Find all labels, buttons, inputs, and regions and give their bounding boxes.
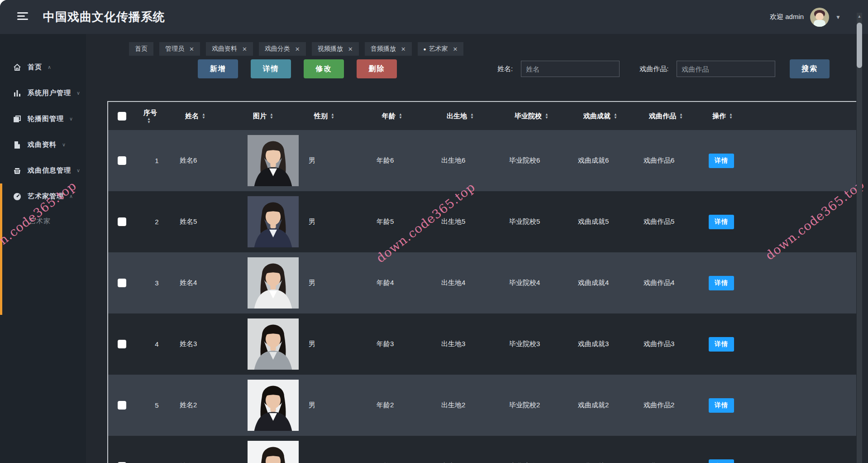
tab-首页[interactable]: 首页	[129, 42, 153, 56]
artist-photo	[248, 380, 299, 431]
name-search-input[interactable]	[521, 61, 620, 77]
close-icon[interactable]: ✕	[189, 46, 194, 53]
close-icon[interactable]: ✕	[401, 46, 406, 53]
edit-button[interactable]: 修改	[304, 59, 344, 78]
sidebar-subitem-artist[interactable]: 艺术家	[0, 209, 86, 233]
sidebar-menu: 首页∧系统用户管理∨轮播图管理∨戏曲资料∨戏曲信息管理∨艺术家管理∧艺术家	[0, 34, 86, 233]
sort-icon: ▲▼	[729, 113, 733, 119]
sidebar-item-users[interactable]: 系统用户管理∨	[0, 80, 86, 106]
row-checkbox[interactable]	[118, 279, 126, 287]
toolbar: 新增详情修改删除	[198, 59, 397, 78]
column-header-图片[interactable]: 图片▲▼	[246, 112, 307, 121]
active-indicator	[0, 183, 2, 315]
cell-birthplace: 出生地3	[440, 340, 508, 348]
sidebar-item-home[interactable]: 首页∧	[0, 54, 86, 80]
app-window: 中国戏曲文化传播系统 欢迎 admin ▼ 首页∧系统用户管理∨轮播图管理∨戏曲…	[0, 0, 868, 463]
cell-name: 姓名5	[178, 217, 246, 226]
scrollbar-up-icon[interactable]: ▲	[857, 14, 862, 19]
cell-school: 毕业院校2	[508, 401, 577, 410]
tab-戏曲资料[interactable]: 戏曲资料✕	[206, 42, 253, 56]
column-label: 性别	[314, 112, 328, 121]
close-icon[interactable]: ✕	[453, 46, 458, 53]
cell-action: 详情	[706, 154, 856, 168]
column-header-戏曲作品[interactable]: 戏曲作品▲▼	[642, 112, 706, 121]
column-header-姓名[interactable]: 姓名▲▼	[178, 112, 246, 121]
column-header-年龄[interactable]: 年龄▲▼	[375, 112, 440, 121]
column-label: 姓名	[185, 112, 199, 121]
scrollbar-track: ▲	[857, 13, 862, 463]
close-icon[interactable]: ✕	[242, 46, 247, 53]
cell-photo	[246, 380, 307, 431]
cell-school: 毕业院校5	[508, 217, 577, 226]
sort-icon: ▲▼	[470, 113, 474, 119]
sidebar-item-label: 戏曲资料	[28, 140, 57, 149]
row-checkbox[interactable]	[118, 340, 126, 348]
column-header-操作[interactable]: 操作▲▼	[706, 112, 856, 121]
row-detail-button[interactable]: 详情	[709, 337, 734, 352]
tab-label: 戏曲资料	[212, 45, 237, 53]
home-icon	[13, 63, 22, 72]
menu-toggle-icon[interactable]	[17, 12, 28, 21]
tab-label: 首页	[135, 45, 148, 53]
cell-name: 姓名3	[178, 340, 246, 348]
row-checkbox[interactable]	[118, 217, 126, 226]
search-button[interactable]: 搜索	[790, 59, 830, 78]
works-search-input[interactable]	[677, 61, 775, 77]
chevron-down-icon: ∨	[76, 168, 80, 174]
add-button[interactable]: 新增	[198, 59, 238, 78]
select-all-checkbox[interactable]	[118, 112, 126, 121]
users-icon	[13, 89, 22, 98]
sort-icon: ▲▼	[202, 113, 205, 119]
sidebar-item-artist[interactable]: 艺术家管理∧	[0, 183, 86, 209]
chevron-up-icon: ∧	[48, 64, 51, 70]
tab-音频播放[interactable]: 音频播放✕	[365, 42, 412, 56]
column-label: 戏曲作品	[649, 112, 676, 121]
column-label: 图片	[253, 112, 267, 121]
delete-button[interactable]: 删除	[357, 59, 397, 78]
avatar[interactable]	[810, 8, 829, 27]
sidebar: 首页∧系统用户管理∨轮播图管理∨戏曲资料∨戏曲信息管理∨艺术家管理∧艺术家	[0, 34, 86, 463]
row-checkbox[interactable]	[118, 401, 126, 410]
close-icon[interactable]: ✕	[348, 46, 353, 53]
sidebar-item-operainfo[interactable]: 戏曲信息管理∨	[0, 158, 86, 183]
search-bar: 姓名: 戏曲作品: 搜索	[497, 59, 830, 78]
table-row: 5姓名2男年龄2出生地2毕业院校2戏曲成就2戏曲作品2详情	[108, 375, 856, 436]
tab-视频播放[interactable]: 视频播放✕	[312, 42, 359, 56]
cell-birthplace: 出生地6	[440, 156, 508, 165]
cell-name: 姓名6	[178, 156, 246, 165]
row-detail-button[interactable]: 详情	[709, 276, 734, 290]
chevron-down-icon[interactable]: ▼	[835, 14, 841, 20]
cell-school: 毕业院校6	[508, 156, 577, 165]
cell-achievement: 戏曲成就4	[577, 279, 642, 287]
active-tab-dot: ●	[424, 47, 426, 52]
sort-icon: ▲▼	[679, 113, 683, 119]
tab-艺术家[interactable]: ●艺术家✕	[418, 42, 464, 56]
column-header-毕业院校[interactable]: 毕业院校▲▼	[508, 112, 577, 121]
tab-戏曲分类[interactable]: 戏曲分类✕	[259, 42, 306, 56]
artist-photo	[248, 257, 299, 309]
cell-school: 毕业院校3	[508, 340, 577, 348]
row-detail-button[interactable]: 详情	[709, 459, 734, 463]
scrollbar-thumb[interactable]	[857, 23, 862, 68]
column-label: 毕业院校	[515, 112, 542, 121]
close-icon[interactable]: ✕	[295, 46, 300, 53]
sort-icon: ▲▼	[614, 113, 617, 119]
tab-管理员[interactable]: 管理员✕	[159, 42, 200, 56]
column-header-性别[interactable]: 性别▲▼	[307, 112, 375, 121]
row-detail-button[interactable]: 详情	[709, 398, 734, 413]
column-header-戏曲成就[interactable]: 戏曲成就▲▼	[577, 112, 642, 121]
sidebar-item-carousel[interactable]: 轮播图管理∨	[0, 106, 86, 132]
row-checkbox[interactable]	[118, 156, 126, 165]
top-bar: 中国戏曲文化传播系统 欢迎 admin ▼	[0, 0, 868, 34]
cell-birthplace: 出生地2	[440, 401, 508, 410]
cell-gender: 男	[307, 401, 375, 410]
row-detail-button[interactable]: 详情	[709, 215, 734, 229]
column-header-出生地[interactable]: 出生地▲▼	[440, 112, 508, 121]
cell-photo	[246, 257, 307, 309]
column-header-序号[interactable]: 序号▲▼	[135, 109, 178, 124]
sidebar-item-operadata[interactable]: 戏曲资料∨	[0, 132, 86, 158]
detail-button[interactable]: 详情	[251, 59, 291, 78]
cell-name: 姓名4	[178, 279, 246, 287]
select-all-cell	[108, 112, 135, 121]
row-detail-button[interactable]: 详情	[709, 154, 734, 168]
